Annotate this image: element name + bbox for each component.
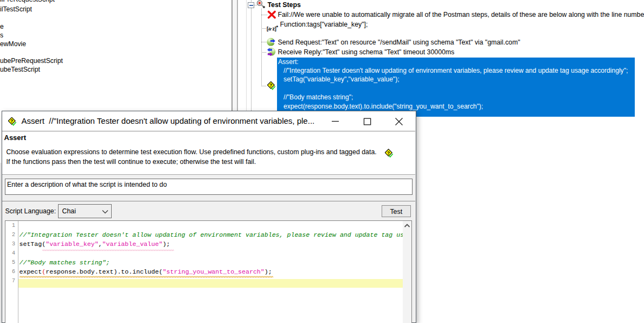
svg-text:?: ? [10,118,13,124]
svg-text:?: ? [269,83,272,88]
svg-text:?: ? [387,150,390,155]
